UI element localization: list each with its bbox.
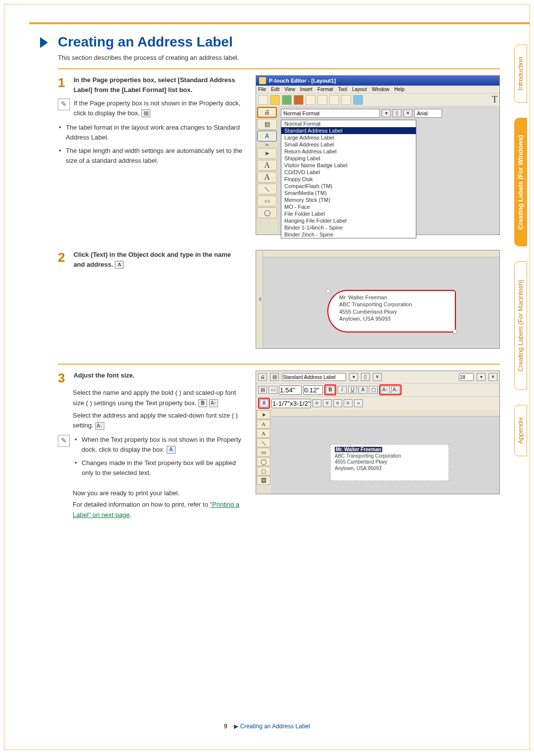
underline-btn[interactable]: U <box>348 386 357 394</box>
text-prop-toggle[interactable]: A <box>260 399 268 407</box>
dd-item[interactable]: Binder 2inch - Spine <box>281 231 416 238</box>
rounded-rect-tool[interactable]: ◯ <box>257 207 277 218</box>
italic-btn[interactable]: I <box>338 386 347 394</box>
text-prop-btn[interactable]: A <box>257 131 277 142</box>
dropdown-icon[interactable]: ▾ <box>349 373 358 381</box>
toolbar-button[interactable] <box>341 95 351 105</box>
margin-input[interactable] <box>303 385 323 395</box>
toolbar-button[interactable] <box>306 95 315 105</box>
dd-item[interactable]: Return Address Label <box>281 148 416 155</box>
pointer-tool[interactable]: ➤ <box>257 148 277 159</box>
dropdown-icon[interactable]: ▾ <box>477 373 486 381</box>
strike-btn[interactable]: A <box>358 386 367 394</box>
page-prop-btn[interactable]: 🖨 <box>257 107 277 118</box>
orient-icon[interactable]: ▯ <box>393 109 401 117</box>
canvas[interactable]: Mr. Walter Freeman ABC Transporting Corp… <box>271 410 499 494</box>
tab-macintosh[interactable]: Creating Labels (For Macintosh) <box>514 261 527 390</box>
dd-item-selected[interactable]: Standard Address Label <box>281 127 416 134</box>
label-format-dropdown[interactable]: Normal Format Standard Address Label Lar… <box>281 120 416 238</box>
rect-tool[interactable]: ▭ <box>257 195 277 206</box>
ruler-vertical: in <box>256 250 263 348</box>
menu-window[interactable]: Window <box>372 87 390 92</box>
screenshot-3: 🖨 ▤ ▾ ▯ × ▾ × ▤ ▭ B I <box>256 371 500 494</box>
pointer-tool[interactable]: ➤ <box>257 410 270 419</box>
dock-btn[interactable]: ▤ <box>257 119 277 130</box>
font-up-btn[interactable]: A↑ <box>381 386 390 394</box>
dd-item[interactable]: MO - Face <box>281 203 416 210</box>
more-btn[interactable]: » <box>354 399 363 407</box>
dd-item[interactable]: SmartMedia (TM) <box>281 189 416 196</box>
dd-item[interactable]: File Folder Label <box>281 210 416 217</box>
step2-number: 2 <box>58 250 72 265</box>
close-icon[interactable]: × <box>373 373 382 381</box>
toolbar-button[interactable] <box>270 95 280 105</box>
step3-number: 3 <box>58 371 72 386</box>
align-center-btn[interactable]: ≡ <box>323 399 332 407</box>
justify-btn[interactable]: ≡ <box>344 399 353 407</box>
menu-layout[interactable]: Layout <box>352 87 367 92</box>
text-art-tool[interactable]: A <box>257 429 270 438</box>
text-T-icon[interactable]: T <box>492 94 497 105</box>
text-tool[interactable]: A <box>257 160 277 171</box>
toolbar-button[interactable] <box>294 95 304 105</box>
dd-item[interactable]: Binder 1-1/4inch - Spine <box>281 224 416 231</box>
toolbar-button[interactable] <box>353 95 363 105</box>
format-select[interactable] <box>282 373 346 381</box>
close-icon[interactable]: × <box>403 109 412 117</box>
line-tool[interactable]: ＼ <box>257 184 277 194</box>
tape-size[interactable] <box>271 399 311 408</box>
orient-icon[interactable]: ▯ <box>361 373 370 381</box>
dd-item[interactable]: Small Address Label <box>281 141 416 148</box>
dd-item[interactable]: CompactFlash (TM) <box>281 183 416 189</box>
outline-btn[interactable]: ▢ <box>369 386 378 394</box>
dd-item[interactable]: Floppy Disk <box>281 176 416 183</box>
menu-tool[interactable]: Tool <box>338 87 347 92</box>
label-format-combo[interactable] <box>281 109 380 118</box>
rrect-tool[interactable]: ▢ <box>257 467 270 475</box>
menu-edit[interactable]: Edit <box>271 87 279 92</box>
line-tool[interactable]: ＼ <box>257 438 270 447</box>
label-preview[interactable]: Mr. Walter Freeman ABC Transporting Corp… <box>327 290 456 332</box>
dd-item[interactable]: Hanging File Folder Label <box>281 217 416 224</box>
divider <box>58 68 500 69</box>
menu-format[interactable]: Format <box>317 87 333 92</box>
fontsize-input[interactable] <box>459 373 474 381</box>
ellipse-tool[interactable]: ◯ <box>257 457 270 466</box>
length-input[interactable] <box>279 385 302 395</box>
dd-item[interactable]: Memory Stick (TM) <box>281 196 416 203</box>
bold-btn[interactable]: B <box>326 386 335 394</box>
rect-tool[interactable]: ▭ <box>257 448 270 457</box>
align-left-btn[interactable]: ≡ <box>312 399 321 407</box>
shot1-titlebar: P-touch Editor - [Layout1] <box>256 76 499 86</box>
label-preview-3[interactable]: Mr. Walter Freeman ABC Transporting Corp… <box>330 444 449 481</box>
step1-number: 1 <box>58 75 72 91</box>
image-tool[interactable]: 🖼 <box>257 476 270 485</box>
align-right-btn[interactable]: ≡ <box>333 399 342 407</box>
tool-icon[interactable]: ▤ <box>258 386 267 394</box>
tab-appendix[interactable]: Appendix <box>514 405 527 456</box>
font-combo[interactable] <box>414 109 442 118</box>
close-icon[interactable]: × <box>489 373 497 381</box>
text-art-tool[interactable]: A <box>257 172 277 183</box>
menu-view[interactable]: View <box>284 87 295 92</box>
tab-introduction[interactable]: Introduction <box>514 45 527 103</box>
toolbar-button[interactable] <box>317 95 327 105</box>
tab-windows[interactable]: Creating Labels (For Windows) <box>514 118 527 246</box>
menu-file[interactable]: File <box>258 87 266 92</box>
dropdown-icon[interactable]: ▾ <box>382 109 391 117</box>
menu-help[interactable]: Help <box>395 87 405 92</box>
dd-item[interactable]: Visitor Name Badge Label <box>281 162 416 169</box>
toolbar-button[interactable] <box>329 95 339 105</box>
dd-item[interactable]: Shipping Label <box>281 155 416 162</box>
font-down-btn[interactable]: A↓ <box>391 386 400 394</box>
dd-item[interactable]: CD/DVD Label <box>281 169 416 176</box>
text-tool[interactable]: A <box>257 420 270 428</box>
toolbar-button[interactable] <box>282 95 292 105</box>
toolbar-button[interactable] <box>258 95 268 105</box>
print-icon[interactable]: 🖨 <box>258 373 267 381</box>
dd-item[interactable]: Normal Format <box>281 120 416 127</box>
dd-item[interactable]: Large Address Label <box>281 134 416 141</box>
tool-icon[interactable]: ▭ <box>268 386 277 394</box>
menu-insert[interactable]: Insert <box>300 87 312 92</box>
layout-icon[interactable]: ▤ <box>270 373 279 381</box>
